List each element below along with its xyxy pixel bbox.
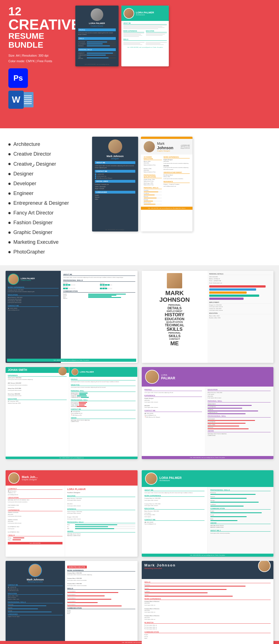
light-left-col: ACADEMIC EDUCATION: Master of Arts2012-2…	[144, 156, 162, 205]
teal-two-col: WORK EXPERIENCE EDUCATION	[123, 30, 167, 37]
list-item-marketing: Marketing Executive	[8, 237, 86, 247]
resume-mark-red: Mark Joh... Graphic Designer / CONTACT ☎…	[6, 470, 138, 557]
list-item-creative-director: Creative Director	[8, 149, 86, 159]
bullet-dot	[8, 251, 11, 253]
r2-photo	[167, 273, 182, 288]
bullet-dot	[8, 202, 11, 204]
bundle-resume: RESUME	[8, 32, 70, 40]
r5-job: Graphic Designer	[22, 479, 38, 481]
mini-contact-label: CONTACT ME	[95, 170, 135, 173]
r5-header: Mark Joh... Graphic Designer	[6, 470, 138, 486]
r2-right: PERSONAL DETAILS: DOB: 01/01/1985 Addres…	[208, 271, 273, 363]
resume-photographer: Mark Johnson Marketing Executive SKILLS …	[142, 561, 274, 644]
bullet-dot	[8, 163, 11, 165]
r4-header: LORA PALMAR	[142, 367, 274, 387]
r8-name: Mark Johnson	[8, 578, 63, 581]
r3-left: JOHAN SMITH EXPERIENCE Smith and Co / 20…	[6, 367, 69, 459]
preview-personal-bars: CREATIVITY COMMUNICATION TIME KEEPING	[78, 52, 116, 59]
teal-body: ABOUT ME WORK EXPERIENCE EDUCATION	[121, 21, 169, 49]
mini-languages-label: LANGUAGES	[95, 191, 135, 194]
list-item-entrepreneur: Entrepreneur & Designer	[8, 198, 86, 208]
preview-dark-resume: LORA PALMER Creative Director PROFILE Lo…	[75, 6, 119, 66]
mini-email: info@example.org	[95, 175, 135, 177]
r5-left: / CONTACT ☎ Val Yourname ✉ Address: List…	[6, 486, 65, 557]
light-name-area: Mark Johnson Graphic Designer	[157, 142, 173, 152]
middle-previews: Mark Johnson Designer ABOUT ME Lorem ips…	[92, 137, 271, 257]
light-header: Mark Johnson Graphic Designer +1(234)56-…	[141, 139, 193, 155]
resume-johan-smith: JOHAN SMITH EXPERIENCE Smith and Co / 20…	[6, 367, 138, 459]
light-work-label: WORK EXPERIENCE:	[163, 156, 190, 158]
r1-sidebar: LORA PALMER Creative Director WORK EXPER…	[6, 271, 61, 363]
phone-icon	[95, 173, 96, 175]
r4-right: EDUCATION Master Business / 2012-2013 Lo…	[205, 387, 273, 459]
bullet-dot	[8, 173, 11, 175]
r8-right: MARKETING EXECUTIVE WORK EXPERIENCE Comp…	[65, 561, 138, 644]
light-last-name: Johnson	[157, 146, 173, 150]
r5-name-area: Mark Joh... Graphic Designer	[22, 475, 38, 481]
header-previews: LORA PALMER Creative Director PROFILE Lo…	[75, 6, 271, 66]
resume-types-list: Architecture Creative Director Creativeر…	[8, 139, 86, 257]
r1-layout: LORA PALMER Creative Director WORK EXPER…	[6, 271, 138, 363]
bullet-dot	[8, 143, 11, 146]
mini-languages-text: EnglishSpanishItalian	[95, 194, 135, 201]
resume-wordcloud: MARKJOHNSON PERSONAL DETAILS EMPLOYMENT …	[142, 271, 274, 363]
r2-left: MARKJOHNSON PERSONAL DETAILS EMPLOYMENT …	[142, 271, 208, 363]
bullet-dot	[8, 192, 11, 195]
r8-job: Marketing Executive	[8, 581, 63, 583]
resume-lora-arch: LORA PALMER Architecture ABOUT ME Lorem …	[142, 470, 274, 557]
mini-about-label: ABOUT ME	[95, 161, 135, 164]
grid-section-1: LORA PALMER Creative Director WORK EXPER…	[0, 265, 279, 465]
r4-layout: LORA PALMAR PROFILE Lorem ipsum dolor si…	[142, 367, 274, 459]
photoshop-icon: Ps	[8, 68, 28, 88]
light-first-name: Mark	[157, 142, 173, 146]
r2-mark: MARKJOHNSON	[159, 290, 190, 303]
light-edu-label: ACADEMIC EDUCATION:	[144, 156, 162, 160]
r3-layout: JOHAN SMITH EXPERIENCE Smith and Co / 20…	[6, 367, 138, 459]
email-icon	[95, 175, 96, 177]
r3-right: LORA PALMER PROFILE Lorem ipsum dolor si…	[69, 367, 138, 459]
light-body: ACADEMIC EDUCATION: Master of Arts2012-2…	[141, 155, 193, 207]
teal-header: LORA PALMER Architecture	[121, 6, 169, 21]
mini-phone: +1(234)5-900	[95, 173, 135, 175]
resume-purple: LORA PALMAR PROFILE Lorem ipsum dolor si…	[142, 367, 274, 459]
bullet-list-column: Architecture Creative Director Creativeر…	[8, 137, 86, 257]
r3-header: JOHAN SMITH	[6, 367, 69, 373]
mini-light-resume: Mark Johnson Graphic Designer +1(234)56-…	[141, 137, 193, 231]
bullet-dot	[8, 241, 11, 243]
list-item-developer: Developer	[8, 179, 86, 189]
preview-photo-1	[91, 8, 103, 21]
bottom-grid-section: Mark Joh... Graphic Designer / CONTACT ☎…	[0, 465, 279, 644]
r5-body: / CONTACT ☎ Val Yourname ✉ Address: List…	[6, 486, 138, 557]
teal-name: LORA PALMER	[136, 11, 154, 14]
list-item-photographer: PhotoGrapher	[8, 247, 86, 257]
teal-col-right: EDUCATION	[146, 30, 167, 37]
list-item-graphic: Graphic Designer	[8, 228, 86, 237]
location-icon	[95, 177, 96, 179]
mini-social-label: SOCIAL LINKS	[95, 180, 135, 183]
r5-name: Mark Joh...	[22, 475, 38, 479]
preview-profile-label: PROFILE	[78, 28, 116, 31]
mini-social-text: Facebook / example.com Twitter / @exampl…	[95, 184, 135, 190]
r3-name: JOHAN SMITH	[8, 368, 67, 372]
light-top-bar	[141, 137, 193, 139]
preview-personal-label: PERSONAL SKILLS	[78, 48, 116, 51]
mini-name-dark: Mark Johnson	[95, 155, 135, 158]
list-item-fashion: Fashion Designer	[8, 218, 86, 228]
bundle-bundle: BUNDLE	[8, 40, 70, 50]
resume-mark-dark: Mark Johnson Marketing Executive CONTACT…	[6, 561, 138, 644]
preview-profile-text: Lorem ipsum dolor sit amet consectetur a…	[78, 32, 116, 35]
teal-photo	[124, 8, 134, 19]
r4-name-area: LORA PALMAR	[161, 374, 175, 380]
preview-name-1: LORA PALMER	[78, 22, 116, 25]
list-item-creative-designer: Creativeر Designer	[8, 159, 86, 169]
r4-left: PROFILE Lorem ipsum dolor sit amet conse…	[142, 387, 205, 459]
bullet-dot	[8, 212, 11, 214]
r8-dark-left: Mark Johnson Marketing Executive CONTACT…	[6, 561, 65, 644]
r4-body: PROFILE Lorem ipsum dolor sit amet conse…	[142, 387, 274, 459]
bullet-dot	[8, 153, 11, 155]
mini-subtitle-dark: Designer	[95, 158, 135, 160]
r5-photo	[8, 472, 20, 484]
r2-layout: MARKJOHNSON PERSONAL DETAILS EMPLOYMENT …	[142, 271, 274, 363]
light-right-col: WORK EXPERIENCE: Graphic Designer2014-20…	[163, 156, 190, 205]
bundle-number: 12	[8, 6, 70, 17]
